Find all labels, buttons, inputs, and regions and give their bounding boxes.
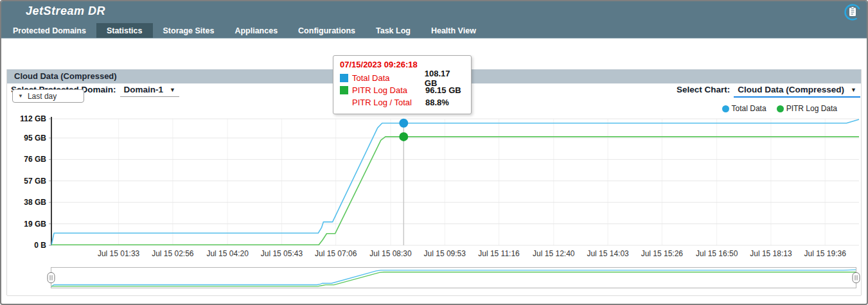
chart-canvas[interactable]: 112 GB95 GB76 GB57 GB38 GB19 GB0 BJul 15… xyxy=(1,103,868,261)
navigator-mini-chart xyxy=(51,268,856,288)
x-axis-label: Jul 15 11:16 xyxy=(478,249,520,258)
x-axis-label: Jul 15 19:36 xyxy=(804,249,847,258)
tab-appliances[interactable]: Appliances xyxy=(224,23,288,38)
hover-marker-pitr-log xyxy=(399,132,408,141)
x-axis-label: Jul 15 05:43 xyxy=(261,249,303,258)
x-axis-label: Jul 15 09:53 xyxy=(424,249,466,258)
tooltip-label: Total Data xyxy=(352,73,425,83)
domain-dropdown[interactable]: Domain-1 ▼ xyxy=(120,85,179,97)
navigator-left-handle[interactable] xyxy=(47,272,55,283)
x-axis-label: Jul 15 04:20 xyxy=(206,249,249,258)
tab-statistics[interactable]: Statistics xyxy=(96,23,153,38)
tab-protected-domains[interactable]: Protected Domains xyxy=(3,23,96,38)
y-axis-label: 19 GB xyxy=(24,220,46,229)
y-axis-label: 57 GB xyxy=(24,177,46,186)
domain-dropdown-value: Domain-1 xyxy=(124,85,164,94)
x-axis-label: Jul 15 16:50 xyxy=(696,249,738,258)
app-header: JetStream DR xyxy=(1,1,867,23)
total-data-swatch-icon xyxy=(340,74,348,82)
app-window: JetStream DR Protected DomainsStatistics… xyxy=(0,0,868,305)
x-axis-label: Jul 15 18:13 xyxy=(750,249,792,258)
main-nav: Protected DomainsStatisticsStorage Sites… xyxy=(1,23,867,39)
tooltip-label: PITR Log Data xyxy=(352,85,425,95)
chart-dropdown[interactable]: Cloud Data (Compressed) ▼ xyxy=(734,85,860,98)
panel-bottom-divider xyxy=(7,295,861,296)
caret-down-icon: ▼ xyxy=(18,93,23,99)
tooltip-row: PITR Log Data 96.15 GB xyxy=(340,84,465,96)
x-axis-label: Jul 15 07:06 xyxy=(315,249,357,258)
chart-dropdown-value: Cloud Data (Compressed) xyxy=(738,85,844,94)
tooltip-value: 96.15 GB xyxy=(425,85,461,95)
x-axis-label: Jul 15 01:33 xyxy=(98,249,140,258)
y-axis-label: 0 B xyxy=(34,241,46,250)
tooltip-label: PITR Log / Total xyxy=(352,98,425,107)
chart-tooltip: 07/15/2023 09:26:18 Total Data 108.17 GB… xyxy=(333,55,472,114)
hover-marker-total-data xyxy=(399,119,408,128)
y-axis-label: 95 GB xyxy=(24,134,46,143)
x-axis-label: Jul 15 08:30 xyxy=(369,249,412,258)
select-chart-label: Select Chart: xyxy=(677,85,730,94)
x-axis-label: Jul 15 14:03 xyxy=(587,249,629,258)
caret-down-icon: ▼ xyxy=(170,87,175,93)
tab-health-view[interactable]: Health View xyxy=(421,23,486,38)
app-title: JetStream DR xyxy=(26,4,105,18)
caret-down-icon: ▼ xyxy=(851,87,856,93)
tooltip-value: 88.8% xyxy=(425,98,449,107)
tab-task-log[interactable]: Task Log xyxy=(366,23,421,38)
report-clipboard-icon[interactable] xyxy=(844,3,862,21)
navigator-right-handle[interactable] xyxy=(852,272,860,283)
pitr-log-swatch-icon xyxy=(340,86,348,94)
tab-configurations[interactable]: Configurations xyxy=(288,23,366,38)
y-axis-label: 112 GB xyxy=(20,114,46,123)
navigator-series-pitr-log-data xyxy=(51,272,856,286)
x-axis-label: Jul 15 02:56 xyxy=(152,249,194,258)
x-axis-label: Jul 15 12:40 xyxy=(533,249,575,258)
time-range-dropdown[interactable]: ▼ Last day xyxy=(12,89,84,103)
y-axis-label: 76 GB xyxy=(24,155,46,164)
tab-storage-sites[interactable]: Storage Sites xyxy=(153,23,225,38)
tooltip-row: PITR Log / Total 88.8% xyxy=(340,96,465,109)
x-axis-label: Jul 15 15:26 xyxy=(641,249,684,258)
y-axis-label: 38 GB xyxy=(24,198,46,207)
chart-navigator[interactable] xyxy=(51,267,856,288)
time-range-value: Last day xyxy=(28,92,57,101)
tooltip-row: Total Data 108.17 GB xyxy=(340,72,465,84)
tooltip-value: 108.17 GB xyxy=(425,69,465,88)
